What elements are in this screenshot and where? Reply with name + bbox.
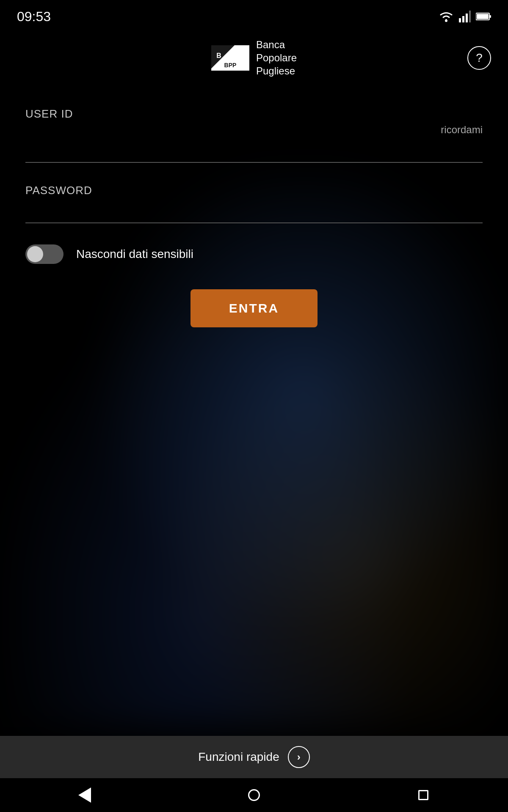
svg-point-0 bbox=[445, 19, 447, 22]
nav-back-button[interactable] bbox=[76, 787, 93, 804]
help-button[interactable]: ? bbox=[467, 46, 491, 70]
logo-box: BPP B bbox=[211, 45, 249, 71]
userid-input[interactable] bbox=[25, 140, 483, 163]
recent-icon bbox=[418, 790, 428, 800]
toggle-knob bbox=[27, 246, 43, 262]
hide-data-toggle[interactable] bbox=[25, 244, 64, 264]
header: BPP B Banca Popolare Pugliese ? bbox=[0, 25, 508, 91]
funzioni-bar[interactable]: Funzioni rapide › bbox=[0, 736, 508, 778]
svg-rect-3 bbox=[466, 14, 468, 22]
status-bar: 09:53 bbox=[0, 0, 508, 25]
svg-text:BPP: BPP bbox=[224, 62, 237, 69]
logo-svg: BPP B bbox=[211, 45, 249, 71]
chevron-right-icon: › bbox=[297, 751, 301, 763]
android-nav-bar bbox=[0, 778, 508, 812]
status-time: 09:53 bbox=[17, 9, 51, 25]
svg-rect-6 bbox=[489, 15, 491, 18]
bank-name: Banca Popolare Pugliese bbox=[256, 38, 297, 78]
svg-text:B: B bbox=[216, 52, 221, 59]
userid-field-wrapper: ricordami bbox=[25, 124, 483, 163]
toggle-row: Nascondi dati sensibili bbox=[0, 244, 508, 264]
entra-wrapper: ENTRA bbox=[0, 289, 508, 327]
signal-icon bbox=[459, 11, 471, 22]
userid-label: USER ID bbox=[25, 107, 483, 121]
nav-recent-button[interactable] bbox=[415, 787, 432, 804]
password-label: PASSWORD bbox=[25, 184, 483, 197]
battery-icon bbox=[476, 12, 491, 21]
funzioni-label: Funzioni rapide bbox=[198, 750, 279, 764]
svg-rect-4 bbox=[469, 11, 471, 22]
nav-home-button[interactable] bbox=[246, 787, 262, 804]
svg-rect-7 bbox=[477, 14, 489, 19]
status-icons bbox=[439, 11, 491, 22]
password-field-wrapper bbox=[25, 200, 483, 223]
form-area: USER ID ricordami PASSWORD bbox=[0, 91, 508, 223]
remember-label: ricordami bbox=[25, 124, 483, 136]
entra-button[interactable]: ENTRA bbox=[190, 289, 318, 327]
logo-container: BPP B Banca Popolare Pugliese bbox=[211, 38, 297, 78]
password-input[interactable] bbox=[25, 200, 483, 223]
wifi-icon bbox=[439, 11, 454, 22]
help-icon: ? bbox=[476, 51, 483, 65]
toggle-label: Nascondi dati sensibili bbox=[76, 247, 193, 261]
back-icon bbox=[78, 787, 91, 803]
funzioni-arrow-button[interactable]: › bbox=[288, 746, 310, 768]
svg-rect-1 bbox=[459, 18, 461, 22]
home-icon bbox=[248, 789, 260, 801]
svg-rect-2 bbox=[462, 16, 464, 22]
